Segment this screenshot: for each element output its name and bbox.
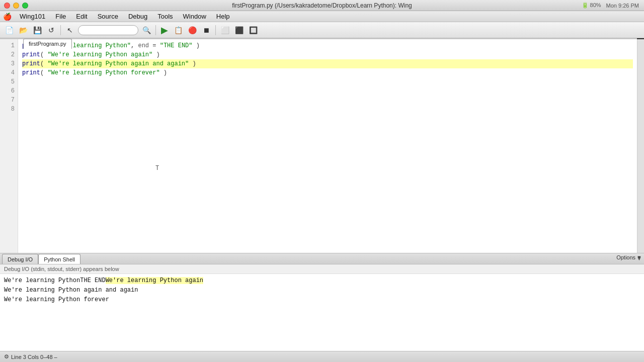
- output-line-1: We're learning PythonTHE ENDWe're learni…: [4, 276, 640, 286]
- statusbar: ⚙ Line 3 Cols 0–48 –: [0, 351, 644, 362]
- line-num-3: 3: [0, 59, 18, 68]
- tab-label: firstProgram.py: [29, 41, 66, 47]
- menu-help[interactable]: Help: [212, 12, 234, 21]
- debug-button[interactable]: 📋: [172, 24, 184, 36]
- search-button[interactable]: 🔍: [140, 24, 152, 36]
- line-num-4: 4: [0, 68, 18, 77]
- separator-2: [155, 25, 156, 35]
- cursor-indicator: T: [155, 165, 159, 172]
- menu-source[interactable]: Source: [94, 12, 122, 21]
- code-line-1: print( "We're learning Python", end = "T…: [22, 41, 633, 50]
- menubar: 🍎 Wing101 File Edit Source Debug Tools W…: [0, 11, 644, 22]
- line-num-8: 8: [0, 105, 18, 114]
- python-shell-label: Python Shell: [44, 256, 75, 262]
- tab-python-shell[interactable]: Python Shell: [38, 254, 80, 264]
- battery-icon: 🔋 80%: [582, 2, 601, 9]
- titlebar: firstProgram.py (/Users/kakradetome/Drop…: [0, 0, 644, 11]
- menu-edit[interactable]: Edit: [72, 12, 91, 21]
- stop-debug-button[interactable]: 🔴: [186, 24, 198, 36]
- open-file-button[interactable]: 📂: [17, 24, 29, 36]
- pointer-tool[interactable]: ↖: [64, 24, 76, 36]
- menu-window[interactable]: Window: [179, 12, 210, 21]
- options-label: Options: [616, 254, 635, 260]
- editor-area[interactable]: 1 2 3 4 5 6 7 8 print( "We're learning P…: [0, 39, 637, 253]
- minimize-button[interactable]: [13, 3, 19, 9]
- debug-io-label: Debug I/O: [8, 256, 33, 262]
- app-window: firstProgram.py (/Users/kakradetome/Drop…: [0, 0, 644, 362]
- code-line-3: print( "We're learning Python again and …: [22, 59, 633, 68]
- line-num-7: 7: [0, 96, 18, 105]
- debug-hint-text: Debug I/O (stdin, stdout, stderr) appear…: [4, 266, 119, 272]
- menu-tools[interactable]: Tools: [153, 12, 177, 21]
- output-section: Debug I/O Python Shell Options ▼ ▼ Debug…: [0, 253, 644, 351]
- separator-1: [60, 25, 61, 35]
- menu-debug[interactable]: Debug: [124, 12, 151, 21]
- code-line-8: [22, 105, 633, 114]
- line-num-6: 6: [0, 86, 18, 96]
- output-content[interactable]: We're learning PythonTHE ENDWe're learni…: [0, 274, 644, 351]
- menu-file[interactable]: File: [51, 12, 70, 21]
- output-line-3: We're learning Python forever: [4, 295, 640, 305]
- code-line-6: [22, 86, 633, 96]
- tab-debug-io[interactable]: Debug I/O: [2, 254, 38, 264]
- output-highlight-1: We're learning Python again: [106, 277, 203, 284]
- output-line-2: We're learning Python again and again: [4, 286, 640, 295]
- step-over-button[interactable]: ⬜: [219, 24, 231, 36]
- line-num-2: 2: [0, 50, 18, 59]
- line-num-5: 5: [0, 77, 18, 86]
- status-text: Line 3 Cols 0–48 –: [11, 354, 57, 360]
- menu-wing101[interactable]: Wing101: [16, 12, 49, 21]
- output-plain-1: We're learning PythonTHE END: [4, 277, 106, 284]
- status-icon: ⚙: [4, 353, 9, 360]
- reload-button[interactable]: ↺: [45, 24, 57, 36]
- traffic-lights: [4, 3, 28, 9]
- code-editor[interactable]: print( "We're learning Python", end = "T…: [18, 39, 637, 253]
- code-line-4: print( "We're learning Python forever" ): [22, 68, 633, 77]
- apple-icon[interactable]: 🍎: [3, 13, 12, 21]
- code-line-5: [22, 77, 633, 86]
- line-numbers: 1 2 3 4 5 6 7 8: [0, 39, 18, 253]
- output-tabs: Debug I/O Python Shell Options ▼ ▼: [0, 253, 644, 264]
- toolbar: 📄 📂 💾 ↺ ↖ 🔍 ▶ 📋 🔴 ⏹ ⬜ ⬛ 🔲: [0, 22, 644, 38]
- maximize-button[interactable]: [22, 3, 28, 9]
- titlebar-right-icons: 🔋 80% Mon 9:26 PM: [582, 2, 639, 9]
- clock: Mon 9:26 PM: [606, 3, 639, 9]
- step-into-button[interactable]: ⬛: [233, 24, 245, 36]
- pause-button[interactable]: ⏹: [200, 24, 212, 36]
- close-button[interactable]: [4, 3, 10, 9]
- window-title: firstProgram.py (/Users/kakradetome/Drop…: [232, 2, 412, 9]
- search-input[interactable]: [78, 25, 138, 35]
- debug-hint: Debug I/O (stdin, stdout, stderr) appear…: [0, 264, 644, 274]
- code-line-2: print( "We're learning Python again" ): [22, 50, 633, 59]
- line-num-1: 1: [0, 41, 18, 50]
- separator-3: [215, 25, 216, 35]
- code-line-7: [22, 96, 633, 105]
- step-out-button[interactable]: 🔲: [247, 24, 259, 36]
- new-file-button[interactable]: 📄: [3, 24, 15, 36]
- save-file-button[interactable]: 💾: [31, 24, 43, 36]
- output-dropdown[interactable]: ▼: [636, 255, 642, 261]
- tab-firstprogram[interactable]: firstProgram.py: [23, 39, 72, 49]
- run-button[interactable]: ▶: [159, 25, 170, 36]
